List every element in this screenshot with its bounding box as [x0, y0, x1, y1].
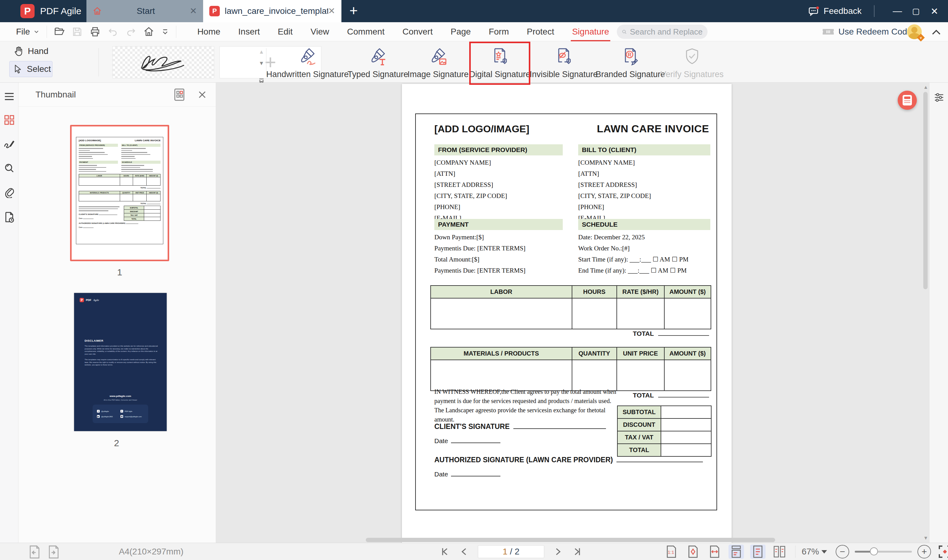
youtube-icon: ▶ — [97, 415, 100, 418]
redo-icon[interactable] — [125, 26, 136, 37]
menu-page[interactable]: Page — [451, 27, 471, 37]
tab-document[interactable]: P lawn_care_invoice_templat... ✕ — [203, 0, 341, 22]
search-input[interactable]: Search and Replace — [617, 25, 707, 39]
menu-form[interactable]: Form — [489, 27, 509, 37]
home-page-icon[interactable] — [143, 26, 154, 37]
undo-icon[interactable] — [107, 26, 119, 37]
horizontal-scrollbar-thumb[interactable] — [366, 538, 775, 542]
typed-signature-button[interactable]: Typed Signature — [347, 46, 408, 79]
image-signature-button[interactable]: Image Signature — [409, 46, 467, 79]
print-icon[interactable] — [90, 26, 100, 37]
maximize-button[interactable]: ▢ — [906, 6, 925, 16]
invoice-title: LAWN CARE INVOICE — [597, 123, 709, 135]
website-tagline: All-in-One PDF Editor, Converter and Vie… — [74, 399, 167, 401]
tab-start[interactable]: Start ✕ — [86, 0, 203, 22]
customize-toolbar-icon[interactable] — [161, 28, 169, 36]
actual-size-button[interactable]: 1:1 — [664, 545, 679, 559]
horizontal-scrollbar[interactable] — [216, 538, 929, 542]
schedule-header: SCHEDULE — [578, 219, 710, 230]
first-page-icon[interactable] — [440, 546, 450, 557]
witness-paragraph: IN WITNESS WHEREOF,the Client agrees to … — [434, 387, 619, 424]
verify-signatures-button: Verify Signatures — [664, 46, 720, 79]
last-page-icon[interactable] — [572, 546, 582, 557]
invisible-signature-button[interactable]: Invisible Signature — [531, 46, 596, 79]
account-chevron-up-icon[interactable] — [931, 28, 942, 36]
menu-edit[interactable]: Edit — [278, 27, 293, 37]
zoom-slider[interactable] — [855, 551, 912, 552]
annotations-panel-icon[interactable] — [4, 139, 15, 149]
menu-home[interactable]: Home — [197, 27, 221, 37]
main-area: Thumbnail [ADD LOGO/IMAGE] LAWN CARE INV… — [0, 83, 948, 543]
page-1-thumbnail[interactable]: [ADD LOGO/IMAGE] LAWN CARE INVOICE FROM … — [70, 125, 169, 261]
two-page-button[interactable] — [772, 545, 787, 559]
pdf-page[interactable]: [ADD LOGO/IMAGE] LAWN CARE INVOICE FROM … — [402, 84, 732, 543]
close-button[interactable]: ✕ — [925, 6, 944, 17]
fullscreen-button[interactable] — [938, 545, 948, 559]
disclaimer-title: DISCLAIMER — [85, 339, 103, 342]
bill-to-header: BILL TO (CLIENT) — [578, 144, 710, 155]
mini-schedule-header: SCHEDULE — [121, 161, 161, 164]
thumbnail-options-icon[interactable] — [173, 88, 186, 102]
thumbnail-panel-close-icon[interactable] — [197, 90, 207, 100]
bill-attn: [ATTN] — [578, 170, 710, 178]
menu-protect[interactable]: Protect — [526, 27, 554, 37]
previous-view-icon[interactable] — [28, 545, 42, 559]
menu-comment[interactable]: Comment — [347, 27, 384, 37]
menu-view[interactable]: View — [310, 27, 329, 37]
file-menu[interactable]: File — [16, 27, 30, 37]
history-panel-icon[interactable] — [4, 212, 14, 223]
single-page-button[interactable] — [750, 545, 766, 559]
attachments-panel-icon[interactable] — [4, 187, 14, 198]
open-file-icon[interactable] — [54, 26, 65, 37]
schedule-section: SCHEDULE Date: December 22, 2025 Work Or… — [578, 219, 710, 274]
file-chevron-down-icon[interactable] — [33, 28, 40, 35]
saved-signature-thumbnail[interactable] — [113, 46, 214, 78]
branded-signature-button[interactable]: R Branded Signature — [598, 46, 662, 79]
feedback-button[interactable]: Feedback — [808, 6, 862, 17]
next-view-icon[interactable] — [47, 545, 60, 559]
user-avatar[interactable]: v — [907, 25, 922, 39]
scroll-down-icon[interactable]: ▼ — [259, 60, 264, 67]
unit-price-col-header: UNIT PRICE — [616, 348, 664, 360]
menu-convert[interactable]: Convert — [403, 27, 433, 37]
scrollbar-up-icon[interactable]: ▲ — [923, 85, 928, 90]
thumbnail-panel-icon[interactable] — [4, 115, 14, 125]
tab-start-close-icon[interactable]: ✕ — [190, 7, 197, 15]
menu-signature[interactable]: Signature — [572, 27, 609, 37]
fit-page-button[interactable] — [685, 545, 701, 559]
zoom-out-button[interactable]: − — [835, 545, 849, 558]
properties-sliders-icon[interactable] — [934, 92, 945, 103]
scrollbar-down-icon[interactable]: ▼ — [923, 535, 928, 541]
vertical-scrollbar[interactable]: ▲ ▼ — [922, 83, 929, 543]
fit-width-button[interactable] — [707, 545, 723, 559]
handwritten-signature-button[interactable]: Handwritten Signature — [270, 46, 344, 79]
hand-tool-button[interactable]: Hand — [13, 46, 48, 57]
schedule-end-time: End Time (if any): ___:___ ☐ AM ☐ PM — [578, 267, 710, 274]
zoom-slider-handle[interactable] — [870, 547, 878, 555]
search-panel-icon[interactable] — [4, 163, 14, 173]
tab-document-close-icon[interactable]: ✕ — [328, 7, 335, 15]
vertical-scrollbar-thumb[interactable] — [923, 92, 928, 289]
save-icon[interactable] — [72, 26, 83, 37]
next-page-icon[interactable] — [553, 546, 563, 557]
page-number-input[interactable]: 1 / 2 — [478, 545, 544, 558]
titlebar-divider — [874, 5, 874, 17]
document-area[interactable]: [ADD LOGO/IMAGE] LAWN CARE INVOICE FROM … — [216, 83, 929, 543]
zoom-dropdown-icon[interactable] — [821, 550, 827, 554]
zoom-in-button[interactable]: + — [917, 545, 931, 558]
previous-page-icon[interactable] — [459, 546, 469, 557]
templates-floating-button[interactable] — [898, 91, 917, 110]
payment-due-2: Paymentis Due: [ENTER TERMS] — [434, 267, 563, 274]
continuous-scroll-button[interactable] — [729, 545, 744, 559]
new-tab-button[interactable]: + — [349, 0, 358, 22]
panel-menu-icon[interactable] — [4, 92, 14, 101]
statusbar: A4(210×297mm) 1 / 2 1:1 — [0, 543, 948, 560]
menu-insert[interactable]: Insert — [238, 27, 260, 37]
minimize-button[interactable]: — — [888, 6, 906, 16]
search-icon — [622, 28, 627, 36]
scroll-up-icon[interactable]: ▲ — [259, 49, 264, 55]
redeem-code-button[interactable]: Use Redeem Code — [822, 22, 912, 42]
zoom-level-label[interactable]: 67% — [802, 547, 819, 557]
select-tool-button[interactable]: Select — [9, 61, 52, 77]
page-2-thumbnail[interactable]: P PDF Agile DISCLAIMER The templates and… — [74, 293, 167, 431]
